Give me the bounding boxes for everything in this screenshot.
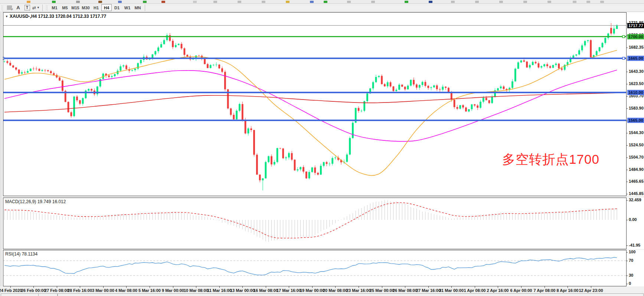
status-segment	[58, 293, 644, 296]
timeframe-button-d1[interactable]: D1	[112, 4, 122, 11]
status-segment	[1, 293, 39, 296]
toolbar-icon-cropped[interactable]	[238, 1, 241, 3]
toolbar-icon-cropped[interactable]	[600, 1, 604, 3]
toolbar-icon-cropped[interactable]	[573, 1, 576, 3]
time-tick-mark	[173, 286, 173, 288]
toolbar-icon-cropped[interactable]	[98, 1, 102, 3]
grid-icon: F	[7, 6, 12, 10]
textbox-icon: T	[24, 5, 30, 10]
collapse-triangle-icon[interactable]: ▼	[5, 15, 8, 18]
time-tick-mark	[126, 286, 127, 288]
time-tick-mark	[521, 286, 522, 288]
timeframe-button-group: M1M5M15M30H1H4D1W1MN	[49, 4, 143, 11]
mt4-terminal-window: F A T ⇄▼ M1M5M15M30H1H4D1W1MN ▼XAUUSD-,H…	[0, 0, 644, 296]
time-tick-mark	[150, 286, 150, 288]
timeframe-button-m1[interactable]: M1	[49, 4, 60, 11]
toolbar-separator	[145, 4, 145, 11]
hline-1665-handle-right[interactable]	[622, 57, 625, 59]
toolbar-icon-cropped[interactable]	[52, 1, 56, 3]
rsi-panel-border	[3, 250, 626, 286]
time-tick-mark	[242, 286, 243, 288]
timeframe-button-w1[interactable]: W1	[122, 4, 133, 11]
macd-label: MACD(12,26,9) 19.749 16.012	[5, 199, 66, 204]
annotation-text: 多空转折点1700	[502, 151, 599, 168]
time-axis[interactable]: 24 Feb 202026 Feb 00:0027 Feb 08:0028 Fe…	[0, 286, 644, 293]
toolbar-drag-handle[interactable]	[1, 5, 3, 10]
rsi-label: RSI(14) 78.1134	[5, 251, 37, 257]
macd-histogram	[4, 200, 617, 242]
time-tick-mark	[10, 286, 11, 288]
toolbar-icon-cropped[interactable]	[143, 1, 147, 3]
rsi-canvas[interactable]	[3, 250, 644, 286]
toolbar-icon-cropped[interactable]	[347, 1, 351, 3]
time-label: 12 Apr 23:00	[575, 288, 607, 293]
time-tick-mark	[591, 286, 591, 288]
toolbar-icon-cropped[interactable]	[586, 1, 590, 3]
timeframe-button-m15[interactable]: M15	[70, 4, 81, 11]
timeframe-button-m5[interactable]: M5	[60, 4, 70, 11]
macd-panel-border	[3, 198, 626, 249]
toolbar-icon-cropped[interactable]	[286, 1, 290, 3]
toolbar-icon-cropped[interactable]	[262, 1, 265, 3]
toolbar-icon-cropped[interactable]	[193, 1, 197, 3]
time-tick-mark	[428, 286, 429, 288]
toolbar-icon-cropped[interactable]	[27, 1, 30, 3]
toolbar-icon-cropped[interactable]	[324, 1, 327, 3]
rsi-line	[4, 257, 617, 275]
status-segment	[38, 293, 58, 296]
timeframe-button-h1[interactable]: H1	[91, 4, 101, 11]
toolbar-icon-cropped[interactable]	[371, 1, 375, 3]
text-tool-button[interactable]: A	[14, 4, 22, 11]
dropdown-caret-icon: ▼	[37, 6, 40, 9]
time-tick-mark	[219, 286, 220, 288]
letter-a-icon: A	[16, 5, 20, 10]
status-bar	[0, 293, 644, 296]
toolbar-icon-cropped[interactable]	[429, 1, 432, 3]
chart-toolbar: F A T ⇄▼ M1M5M15M30H1H4D1W1MN	[0, 4, 644, 12]
toolbar-icon-cropped[interactable]	[76, 1, 80, 3]
time-tick-mark	[33, 286, 34, 288]
toolbar-icon-cropped[interactable]	[161, 1, 165, 3]
price-chart-canvas[interactable]	[3, 12, 644, 196]
cropped-toolbar-strip	[0, 0, 644, 4]
main-chart-panel[interactable]: ▼XAUUSD-,H4 1712.33 1720.04 1712.33 1717…	[3, 12, 644, 196]
time-tick-mark	[103, 286, 104, 288]
toolbar-separator	[42, 4, 43, 11]
macd-panel[interactable]: MACD(12,26,9) 19.749 16.012	[3, 198, 644, 249]
time-tick-mark	[568, 286, 568, 288]
toolbar-icon-cropped[interactable]	[475, 1, 479, 3]
drawing-tools-button[interactable]: ⇄▼	[32, 4, 40, 11]
rsi-panel[interactable]: RSI(14) 78.1134	[3, 250, 644, 286]
time-tick-mark	[266, 286, 266, 288]
arrows-icon: ⇄	[32, 5, 36, 10]
time-tick-mark	[382, 286, 382, 288]
time-tick-mark	[475, 286, 475, 288]
time-tick-mark	[335, 286, 336, 288]
time-tick-mark	[405, 286, 405, 288]
toolbar-icon-cropped[interactable]	[118, 1, 122, 3]
time-tick-mark	[359, 286, 359, 288]
time-tick-mark	[545, 286, 545, 288]
toolbar-icon-cropped[interactable]	[499, 1, 503, 3]
hline-1700-handle-right[interactable]	[622, 36, 625, 38]
grid-tool-button[interactable]: F	[6, 4, 13, 11]
time-tick-mark	[196, 286, 196, 288]
time-tick-mark	[80, 286, 80, 288]
toolbar-icon-cropped[interactable]	[547, 1, 551, 3]
toolbar-icon-cropped[interactable]	[405, 1, 408, 3]
toolbar-icon-cropped[interactable]	[451, 1, 455, 3]
timeframe-button-h4[interactable]: H4	[101, 4, 112, 11]
toolbar-icon-cropped[interactable]	[310, 1, 314, 3]
ma-mid-magenta[interactable]	[4, 70, 617, 142]
chart-title: ▼XAUUSD-,H4 1712.33 1720.04 1712.33 1717…	[5, 14, 106, 19]
macd-signal-line	[4, 203, 617, 238]
toolbar-icon-cropped[interactable]	[213, 1, 217, 3]
macd-canvas[interactable]	[3, 198, 644, 249]
time-tick-mark	[312, 286, 313, 288]
textbox-tool-button[interactable]: T	[23, 4, 31, 11]
timeframe-button-m30[interactable]: M30	[81, 4, 91, 11]
time-tick-mark	[451, 286, 452, 288]
timeframe-drag-handle[interactable]	[46, 5, 48, 10]
toolbar-icon-cropped[interactable]	[523, 1, 527, 3]
timeframe-button-mn[interactable]: MN	[133, 4, 143, 11]
